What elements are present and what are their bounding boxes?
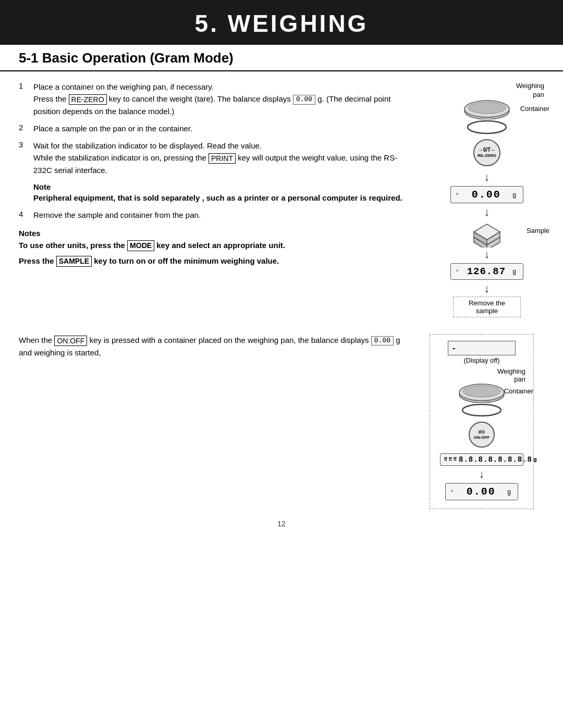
sample-svg: [469, 219, 505, 248]
pan-row: Container: [430, 100, 544, 119]
onoff-button-row: I/O ON:OFF: [469, 419, 495, 450]
notes-line2: Press the SAMPLE key to turn on or off t…: [19, 255, 414, 267]
second-display-unit: g: [507, 488, 512, 496]
rezero-key: RE-ZERO: [69, 94, 107, 105]
onoff-text-after: and weighing is started,: [19, 348, 101, 357]
onoff-text-mid: key is pressed with a container placed o…: [87, 336, 371, 344]
second-right: - (Display off) Weighingpan Container: [430, 334, 544, 509]
step-2-content: Place a sample on the pan or in the cont…: [33, 122, 414, 134]
second-weighing-pan-text: Weighingpan: [497, 367, 525, 383]
step-3-text-a: Wait for the stabilization indicator to …: [33, 141, 262, 150]
container-svg: [466, 119, 508, 135]
rezero-button-row: →0/T← RE-ZERO: [473, 137, 500, 168]
second-display-box: ° 0.00 g: [445, 483, 518, 500]
sample-row: Sample: [430, 219, 544, 248]
arrow-5: ↓: [479, 468, 485, 480]
mode-key: MODE: [127, 240, 154, 251]
display-off-label: (Display off): [463, 356, 499, 364]
second-diagram: - (Display off) Weighingpan Container: [430, 334, 534, 509]
remove-sample-text: Remove the sample: [469, 299, 505, 315]
svg-point-13: [462, 404, 501, 416]
rezero-button-diagram: →0/T← RE-ZERO: [473, 139, 500, 166]
steps-list-2: 4 Remove the sample and container from t…: [19, 209, 414, 221]
step-1-content: Place a container on the weighing pan, i…: [33, 81, 414, 117]
second-container-label: Container: [504, 387, 533, 395]
second-weighing-pan-label: Weighingpan: [435, 367, 528, 383]
page-title: 5. WEIGHING: [0, 9, 563, 38]
step-3: 3 Wait for the stabilization indicator t…: [19, 140, 414, 176]
page: 5. WEIGHING 5-1 Basic Operation (Gram Mo…: [0, 0, 563, 728]
onoff-key: ON:OFF: [54, 336, 87, 346]
arrow-1: ↓: [484, 171, 490, 183]
seg-unit: g: [533, 456, 538, 463]
step-4-num: 4: [19, 209, 33, 218]
display-dot-1: °: [456, 192, 460, 198]
step-2: 2 Place a sample on the pan or in the co…: [19, 122, 414, 134]
notes-line2-before: Press the: [19, 256, 56, 265]
seg-digits: 8.8.8.8.8.8.8.8: [459, 455, 532, 464]
svg-point-3: [468, 121, 506, 133]
arrow-3: ↓: [484, 249, 490, 260]
second-pan-row: Container: [435, 383, 528, 403]
sample-key: SAMPLE: [56, 256, 92, 266]
container-ring-row: [430, 119, 544, 135]
display-box-weight: ° 126.87 g: [450, 263, 523, 280]
rezero-label: RE-ZERO: [478, 153, 496, 158]
display-value-zero: 0.00: [472, 189, 501, 201]
step-3-num: 3: [19, 140, 33, 149]
rezero-arrow: →0/T←: [478, 147, 496, 153]
second-display-dot: °: [451, 489, 455, 495]
pan-svg: [463, 100, 510, 119]
title-banner: 5. WEIGHING: [0, 0, 563, 45]
step-1-text-b: key to cancel the weight (tare). The bal…: [107, 94, 293, 103]
notes-body: To use other units, press the MODE key a…: [19, 239, 414, 267]
seg-display-all: ⠿⠿⠿ 8.8.8.8.8.8.8.8 g: [440, 453, 523, 466]
onoff-label: ON:OFF: [474, 435, 490, 440]
print-key: PRINT: [209, 153, 236, 164]
svg-point-2: [468, 102, 506, 114]
display-value-weight: 126.87: [467, 266, 506, 277]
seg-left-markers: ⠿⠿⠿: [444, 456, 458, 463]
weighing-pan-label: Weighingpan: [516, 81, 544, 98]
weighing-pan-text: Weighingpan: [516, 82, 544, 98]
notes-line1: To use other units, press the MODE key a…: [19, 239, 414, 252]
sample-label: Sample: [527, 227, 549, 235]
second-container-ring: [435, 403, 528, 417]
steps-list: 1 Place a container on the weighing pan,…: [19, 81, 414, 176]
step-1: 1 Place a container on the weighing pan,…: [19, 81, 414, 117]
onoff-text-before: When the: [19, 336, 54, 344]
diagram-section: Weighingpan Container: [430, 81, 544, 318]
display-unit-2: g: [512, 268, 518, 275]
arrow-4: ↓: [484, 283, 490, 294]
display-zero-inline: 0.00: [293, 95, 315, 105]
step-4: 4 Remove the sample and container from t…: [19, 209, 414, 221]
step-3-text-b: While the stabilization indicator is on,…: [33, 153, 209, 162]
note-block: Note Peripheral equipment, that is sold …: [33, 182, 414, 204]
display-unit-1: g: [512, 191, 518, 199]
note-body: Peripheral equipment, that is sold separ…: [33, 192, 414, 204]
step-4-content: Remove the sample and container from the…: [33, 209, 414, 221]
notes-line2-after: key to turn on or off the minimum weighi…: [92, 256, 279, 265]
notes-title: Notes: [19, 229, 414, 238]
left-column: 1 Place a container on the weighing pan,…: [19, 81, 430, 318]
note-title: Note: [33, 182, 414, 191]
step-4-text: Remove the sample and container from the…: [33, 211, 201, 219]
onoff-io: I/O: [479, 429, 485, 435]
display-box-zero: ° 0.00 g: [450, 186, 523, 203]
notes-line1-before: To use other units, press the: [19, 241, 127, 250]
onoff-text-unit: g: [394, 336, 400, 344]
second-left: When the ON:OFF key is pressed with a co…: [19, 334, 430, 509]
arrow-2: ↓: [484, 206, 490, 218]
onoff-description: When the ON:OFF key is pressed with a co…: [19, 334, 414, 359]
display-dash: -: [452, 343, 455, 353]
main-content: 1 Place a container on the weighing pan,…: [0, 81, 563, 318]
second-pan-svg: [458, 383, 505, 403]
display-off-box: -: [448, 341, 516, 355]
second-display-value: 0.00: [467, 486, 496, 498]
onoff-display: 0.00: [371, 336, 394, 346]
section-heading: 5-1 Basic Operation (Gram Mode): [0, 45, 563, 71]
onoff-button-diagram: I/O ON:OFF: [469, 422, 495, 448]
step-3-content: Wait for the stabilization indicator to …: [33, 140, 414, 176]
step-2-num: 2: [19, 122, 33, 132]
svg-point-12: [463, 386, 500, 397]
